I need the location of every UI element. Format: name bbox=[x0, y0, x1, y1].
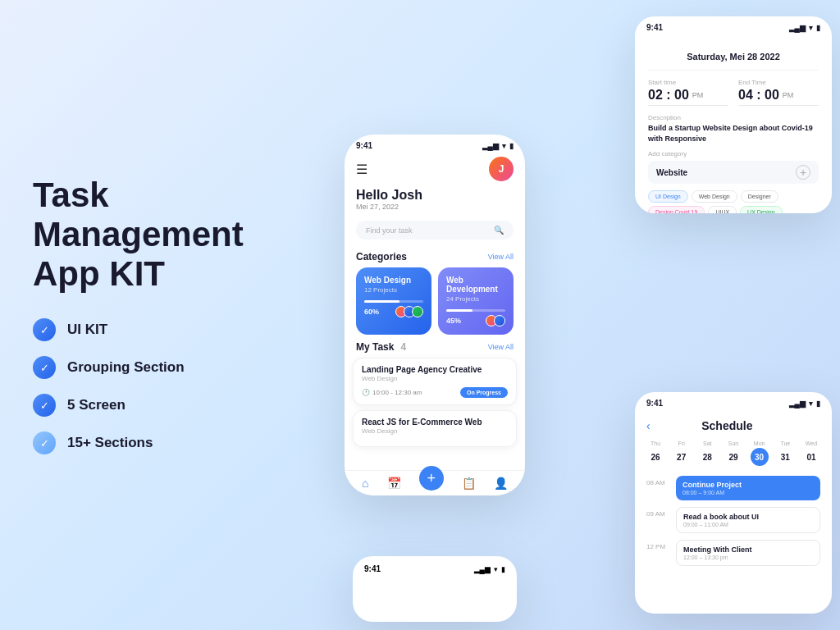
day-sun[interactable]: Sun 29 bbox=[724, 441, 742, 466]
phone-schedule: 9:41 ▂▄▆ ▾ ▮ ‹ Schedule Thu 26 Fri 27 bbox=[635, 392, 832, 614]
tag-uiux[interactable]: UIUX bbox=[708, 206, 737, 213]
day-tue[interactable]: Tue 31 bbox=[776, 441, 794, 466]
end-time-label: End Time bbox=[738, 79, 819, 86]
schedule-nav: ‹ Schedule bbox=[646, 419, 820, 432]
back-button[interactable]: ‹ bbox=[646, 419, 651, 432]
greeting-date: Mei 27, 2022 bbox=[356, 203, 514, 211]
end-time-group: End Time 04 : 00 PM bbox=[738, 79, 819, 106]
signal-icon: ▂▄▆ bbox=[482, 142, 499, 150]
cat-name-1: Web Design bbox=[364, 276, 423, 285]
day-num-fri: 27 bbox=[673, 448, 691, 466]
status-bar-schedule: 9:41 ▂▄▆ ▾ ▮ bbox=[635, 392, 832, 411]
category-web-design[interactable]: Web Design 12 Projects 60% bbox=[356, 267, 431, 335]
wifi-icon: ▾ bbox=[502, 142, 506, 150]
phone-main: 9:41 ▂▄▆ ▾ ▮ ☰ J Hello Josh Mei 27, 2022… bbox=[345, 135, 525, 495]
cat-percent-2: 45% bbox=[446, 317, 461, 325]
event-3[interactable]: Meeting With Client 12:00 – 13:30 pm bbox=[676, 540, 820, 566]
cat-avatars-2 bbox=[486, 315, 505, 326]
task-count: 4 bbox=[400, 341, 406, 353]
my-task-title: My Task bbox=[356, 341, 394, 353]
strip-time: 9:41 bbox=[364, 564, 381, 573]
end-time-value-row: 04 : 00 PM bbox=[738, 88, 819, 106]
categories-title: Categories bbox=[356, 251, 407, 262]
progress-fill-1 bbox=[364, 300, 399, 303]
task-badge-1: On Progress bbox=[460, 387, 508, 398]
check-icon-2: ✓ bbox=[33, 356, 56, 379]
cat-avatar-1c bbox=[412, 306, 423, 317]
feature-label-4: 15+ Sections bbox=[67, 435, 153, 451]
feature-item-ui-kit: ✓ UI KIT bbox=[33, 318, 230, 341]
status-bar-create: 9:41 ▂▄▆ ▾ ▮ bbox=[635, 16, 832, 35]
cat-projects-2: 24 Projects bbox=[446, 295, 505, 303]
cat-avatar-2b bbox=[494, 315, 505, 326]
nav-plus-button[interactable]: + bbox=[419, 466, 444, 491]
day-num-sat: 28 bbox=[698, 448, 716, 466]
check-icon-4: ✓ bbox=[33, 431, 56, 454]
progress-fill-2 bbox=[446, 309, 472, 312]
event-time-3: 12:00 – 13:30 pm bbox=[683, 555, 813, 560]
battery-icon: ▮ bbox=[509, 142, 514, 150]
user-avatar[interactable]: J bbox=[489, 157, 514, 181]
status-icons-main: ▂▄▆ ▾ ▮ bbox=[482, 142, 514, 150]
phone-greeting: Hello Josh Mei 27, 2022 bbox=[345, 188, 525, 216]
feature-item-screens: ✓ 5 Screen bbox=[33, 394, 230, 417]
cat-add-label: Add category bbox=[648, 150, 819, 158]
day-name-fri: Fri bbox=[678, 441, 685, 446]
feature-label-1: UI KIT bbox=[67, 322, 107, 338]
task-card-2[interactable]: React JS for E-Commerce Web Web Design bbox=[353, 410, 517, 447]
tag-web-design[interactable]: Web Design bbox=[692, 190, 737, 203]
check-icon-1: ✓ bbox=[33, 318, 56, 341]
day-num-wed: 01 bbox=[802, 448, 820, 466]
search-bar[interactable]: Find your task 🔍 bbox=[356, 221, 514, 240]
category-web-dev[interactable]: Web Development 24 Projects 45% bbox=[438, 267, 514, 335]
day-name-sat: Sat bbox=[703, 441, 712, 446]
cat-projects-1: 12 Projects bbox=[364, 286, 423, 294]
categories-view-all[interactable]: View All bbox=[488, 253, 514, 261]
task-card-1[interactable]: Landing Page Agency Creative Web Design … bbox=[353, 358, 517, 405]
task-title-1: Landing Page Agency Creative bbox=[362, 365, 508, 374]
signal-icon-create: ▂▄▆ bbox=[789, 24, 806, 32]
status-time-create: 9:41 bbox=[646, 23, 663, 32]
task-title-2: React JS for E-Commerce Web bbox=[362, 418, 508, 427]
nav-home-icon[interactable]: ⌂ bbox=[362, 477, 368, 490]
search-icon: 🔍 bbox=[494, 226, 504, 235]
phone-header: ☰ J bbox=[345, 153, 525, 188]
start-time-value-row: 02 : 00 PM bbox=[648, 88, 728, 106]
day-sat[interactable]: Sat 28 bbox=[698, 441, 716, 466]
day-name-thu: Thu bbox=[651, 441, 660, 446]
tag-design-covid[interactable]: Design Covid 19 bbox=[648, 206, 705, 213]
cat-input-row: Website + bbox=[648, 161, 819, 184]
event-time-label-2: 09 AM bbox=[646, 507, 669, 518]
day-wed[interactable]: Wed 01 bbox=[802, 441, 820, 466]
day-num-thu: 26 bbox=[646, 448, 664, 466]
strip-wifi: ▾ bbox=[494, 565, 498, 573]
tag-designer[interactable]: Designer bbox=[741, 190, 778, 203]
feature-label-3: 5 Screen bbox=[67, 397, 126, 413]
event-title-3: Meeting With Client bbox=[683, 546, 813, 554]
hamburger-icon[interactable]: ☰ bbox=[356, 162, 368, 177]
event-2[interactable]: Read a book about UI 09:00 – 11:00 AM bbox=[676, 507, 820, 533]
nav-profile-icon[interactable]: 👤 bbox=[494, 477, 508, 490]
cat-avatars-1 bbox=[395, 306, 423, 317]
end-time-value: 04 : 00 bbox=[738, 88, 779, 103]
tag-ux-design[interactable]: UX Design bbox=[740, 206, 782, 213]
tag-ui-design[interactable]: UI Design bbox=[648, 190, 688, 203]
nav-tasks-icon[interactable]: 📋 bbox=[462, 477, 476, 490]
schedule-title: Schedule bbox=[701, 419, 752, 432]
day-thu[interactable]: Thu 26 bbox=[646, 441, 664, 466]
cat-percent-1: 60% bbox=[364, 308, 379, 316]
task-time-1: 🕐 10:00 - 12:30 am bbox=[362, 389, 422, 396]
day-name-sun: Sun bbox=[728, 441, 738, 446]
day-fri[interactable]: Fri 27 bbox=[673, 441, 691, 466]
cat-add-button[interactable]: + bbox=[796, 165, 810, 180]
event-1[interactable]: Continue Project 08:00 – 9:00 AM bbox=[676, 476, 820, 500]
my-task-viewall[interactable]: View All bbox=[488, 343, 514, 351]
categories-row: Web Design 12 Projects 60% Web Developme… bbox=[345, 267, 525, 341]
progress-bar-2 bbox=[446, 309, 505, 312]
days-row: Thu 26 Fri 27 Sat 28 Sun 29 Mon 30 bbox=[646, 441, 820, 466]
status-time-schedule: 9:41 bbox=[646, 399, 663, 408]
nav-calendar-icon[interactable]: 📅 bbox=[387, 477, 401, 490]
day-num-sun: 29 bbox=[724, 448, 742, 466]
create-date: Saturday, Mei 28 2022 bbox=[648, 45, 819, 71]
day-mon[interactable]: Mon 30 bbox=[751, 441, 769, 466]
